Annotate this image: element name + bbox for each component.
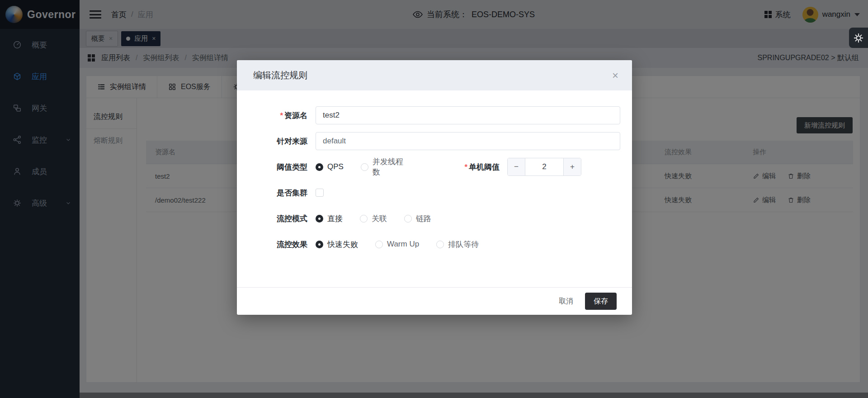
radio-label: QPS: [327, 162, 344, 171]
threshold-type-radio-group: QPS 并发线程数: [316, 156, 424, 177]
form-row-threshold-type: 阈值类型 QPS 并发线程数 *单机阈值 − +: [253, 158, 620, 176]
single-threshold-input[interactable]: [525, 158, 563, 175]
radio-selected-icon: [316, 163, 323, 171]
app-root: Governor 首页 / 应用 当前系统： EOS-DEMO-SYS 系统: [0, 0, 868, 398]
increment-button[interactable]: +: [563, 158, 581, 175]
dialog-header: 编辑流控规则 ×: [237, 60, 632, 90]
dialog-title: 编辑流控规则: [253, 69, 307, 81]
form-row-source: 针对来源: [253, 132, 620, 150]
resource-label: *资源名: [253, 110, 307, 121]
form-row-cluster: 是否集群: [253, 184, 620, 202]
radio-label: 链路: [416, 213, 431, 224]
radio-selected-icon: [316, 215, 323, 223]
source-label: 针对来源: [253, 136, 307, 147]
flow-effect-radio-group: 快速失败 Warm Up 排队等待: [316, 239, 496, 250]
radio-associated[interactable]: 关联: [360, 213, 387, 224]
radio-direct[interactable]: 直接: [316, 213, 343, 224]
form-row-flow-mode: 流控模式 直接 关联 链路: [253, 209, 620, 227]
radio-label: 直接: [327, 213, 343, 224]
cancel-button[interactable]: 取消: [558, 294, 574, 309]
flow-mode-radio-group: 直接 关联 链路: [316, 213, 448, 224]
radio-label: 关联: [372, 213, 387, 224]
form-row-resource: *资源名: [253, 106, 620, 124]
radio-unselected-icon: [375, 241, 383, 248]
radio-selected-icon: [316, 241, 323, 248]
radio-unselected-icon: [436, 241, 444, 248]
decrement-button[interactable]: −: [508, 158, 525, 175]
radio-label: 快速失败: [327, 239, 358, 250]
required-asterisk: *: [280, 111, 283, 120]
flow-effect-label: 流控效果: [253, 239, 307, 250]
radio-label: Warm Up: [387, 240, 419, 249]
close-icon[interactable]: ×: [612, 70, 618, 81]
cluster-label: 是否集群: [253, 188, 307, 198]
radio-label: 并发线程数: [373, 156, 407, 177]
dialog-body: *资源名 针对来源 阈值类型 QPS 并发线程数: [237, 90, 632, 287]
radio-chain[interactable]: 链路: [404, 213, 431, 224]
source-input[interactable]: [316, 132, 620, 150]
radio-concurrent-threads[interactable]: 并发线程数: [361, 156, 407, 177]
dialog-footer: 取消 保存: [237, 287, 632, 315]
radio-unselected-icon: [360, 215, 368, 223]
gear-icon: [853, 33, 864, 43]
radio-warm-up[interactable]: Warm Up: [375, 240, 419, 249]
flow-mode-label: 流控模式: [253, 213, 307, 224]
radio-unselected-icon: [404, 215, 412, 223]
radio-fast-fail[interactable]: 快速失败: [316, 239, 358, 250]
single-threshold-stepper: − +: [507, 158, 581, 176]
radio-qps[interactable]: QPS: [316, 162, 344, 171]
resource-input[interactable]: [316, 106, 620, 124]
threshold-type-label: 阈值类型: [253, 162, 307, 172]
radio-label: 排队等待: [448, 239, 479, 250]
settings-fab[interactable]: [849, 28, 868, 48]
form-row-flow-effect: 流控效果 快速失败 Warm Up 排队等待: [253, 235, 620, 253]
edit-flow-rule-dialog: 编辑流控规则 × *资源名 针对来源 阈值类型 QPS: [237, 60, 632, 315]
radio-queue-wait[interactable]: 排队等待: [436, 239, 479, 250]
radio-unselected-icon: [361, 163, 368, 171]
cluster-checkbox[interactable]: [316, 189, 324, 197]
single-threshold-label: *单机阈值: [424, 162, 500, 172]
required-asterisk: *: [464, 163, 467, 171]
save-button[interactable]: 保存: [585, 293, 617, 310]
